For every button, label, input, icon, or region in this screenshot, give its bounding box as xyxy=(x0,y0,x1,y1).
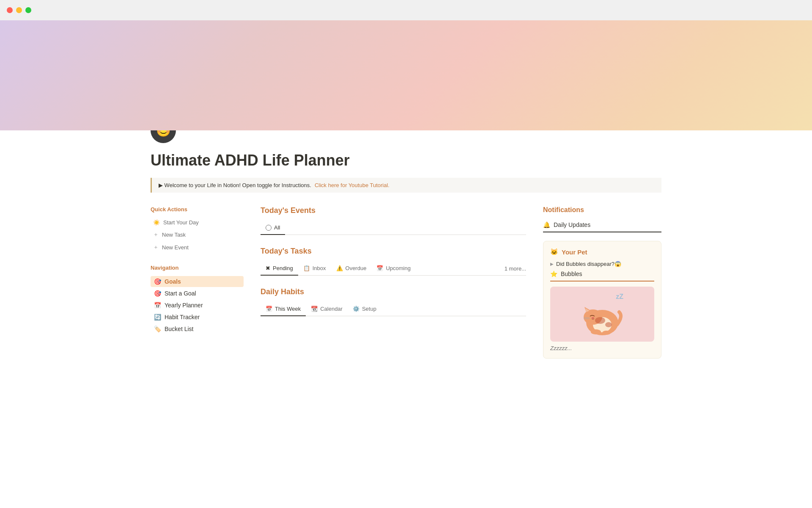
tab-label: Upcoming xyxy=(386,265,411,271)
calendar-icon: 📅 xyxy=(376,265,383,271)
warning-icon: ⚠️ xyxy=(336,265,343,271)
chevron-right-icon: ▶ xyxy=(550,262,554,266)
star-icon: ⭐ xyxy=(550,271,557,277)
tab-label: Overdue xyxy=(346,265,367,271)
events-tab-row: All xyxy=(261,221,526,235)
svg-point-10 xyxy=(591,329,601,334)
toggle-notice[interactable]: ▶ Welcome to your Life in Notion! Open t… xyxy=(151,178,661,193)
nav-item-label: Start a Goal xyxy=(165,290,196,297)
sidebar-item-habit-tracker[interactable]: 🔄 Habit Tracker xyxy=(151,312,244,323)
navigation-title: Navigation xyxy=(151,265,244,271)
quick-action-new-task[interactable]: ＋ New Task xyxy=(151,229,244,240)
daily-habits-title: Daily Habits xyxy=(261,287,526,296)
pet-toggle-text: Did Bubbles disappear?😱 xyxy=(556,261,621,267)
pet-card-title: 🐱 Your Pet xyxy=(550,248,654,256)
notification-daily-updates[interactable]: 🔔 Daily Updates xyxy=(543,219,661,232)
quick-action-start-your-day[interactable]: ☀️ Start Your Day xyxy=(151,218,244,227)
calendar-icon: 📅 xyxy=(154,302,161,309)
sidebar-item-start-a-goal[interactable]: 🎯 Start a Goal xyxy=(151,288,244,299)
pet-sleeping-text: Zzzzzz... xyxy=(550,345,654,351)
tab-calendar[interactable]: 📆 Calendar xyxy=(306,302,348,316)
pet-name-row: ⭐ Bubbles xyxy=(550,271,654,282)
todays-events-section: Today's Events All xyxy=(261,206,526,235)
gear-icon: ⚙️ xyxy=(353,306,359,312)
tab-overdue[interactable]: ⚠️ Overdue xyxy=(331,262,372,276)
nav-item-label: Bucket List xyxy=(165,326,193,332)
tab-inbox[interactable]: 📋 Inbox xyxy=(298,262,331,276)
nav-item-label: Goals xyxy=(165,278,181,285)
tab-label: All xyxy=(274,224,280,231)
sidebar-item-goals[interactable]: 🎯 Goals xyxy=(151,276,244,287)
close-button[interactable] xyxy=(7,7,13,13)
quick-action-label: New Event xyxy=(162,244,189,251)
notifications-title: Notifications xyxy=(543,206,661,214)
svg-point-11 xyxy=(602,331,611,335)
quick-action-label: Start Your Day xyxy=(163,219,199,226)
left-column: Quick Actions ☀️ Start Your Day ＋ New Ta… xyxy=(151,206,244,359)
goals-icon: 🎯 xyxy=(154,278,161,285)
toggle-notice-text: ▶ Welcome to your Life in Notion! Open t… xyxy=(159,182,311,188)
youtube-tutorial-link[interactable]: Click here for Youtube Tutorial. xyxy=(315,182,390,188)
calendar-week-icon: 📅 xyxy=(266,306,272,312)
cat-icon: 🐱 xyxy=(550,248,558,256)
tab-setup[interactable]: ⚙️ Setup xyxy=(348,302,381,316)
tab-pending[interactable]: ✖ Pending xyxy=(261,262,298,276)
tab-label: Inbox xyxy=(313,265,326,271)
maximize-button[interactable] xyxy=(25,7,31,13)
nav-item-label: Habit Tracker xyxy=(165,314,200,320)
nav-item-label: Yearly Planner xyxy=(165,302,203,309)
middle-column: Today's Events All Today's Tasks ✖ Pendi… xyxy=(261,206,526,359)
habits-tabs-row: 📅 This Week 📆 Calendar ⚙️ Setup xyxy=(261,302,526,316)
plus-icon: ＋ xyxy=(153,231,159,238)
tab-label: This Week xyxy=(275,306,301,312)
sidebar-item-yearly-planner[interactable]: 📅 Yearly Planner xyxy=(151,300,244,311)
quick-actions-title: Quick Actions xyxy=(151,206,244,213)
main-layout: Quick Actions ☀️ Start Your Day ＋ New Ta… xyxy=(151,206,661,359)
minimize-button[interactable] xyxy=(16,7,22,13)
todays-tasks-section: Today's Tasks ✖ Pending 📋 Inbox ⚠️ Overd… xyxy=(261,247,526,276)
more-tasks-link[interactable]: 1 more... xyxy=(505,262,526,275)
bell-icon: 🔔 xyxy=(543,221,550,228)
page-title: Ultimate ADHD Life Planner xyxy=(151,152,661,169)
tab-all[interactable]: All xyxy=(261,221,285,235)
daily-habits-section: Daily Habits 📅 This Week 📆 Calendar ⚙️ S… xyxy=(261,287,526,316)
svg-point-9 xyxy=(605,322,612,327)
pet-toggle[interactable]: ▶ Did Bubbles disappear?😱 xyxy=(550,261,654,267)
more-tasks-label: 1 more... xyxy=(505,265,526,272)
notification-label: Daily Updates xyxy=(554,221,590,228)
quick-action-new-event[interactable]: ＋ New Event xyxy=(151,242,244,253)
right-column: Notifications 🔔 Daily Updates 🐱 Your Pet… xyxy=(543,206,661,359)
plus-icon: ＋ xyxy=(153,243,159,251)
pet-image-box: zZ xyxy=(550,287,654,342)
tab-this-week[interactable]: 📅 This Week xyxy=(261,302,306,316)
tab-upcoming[interactable]: 📅 Upcoming xyxy=(371,262,416,276)
svg-point-8 xyxy=(595,317,605,324)
tab-label: Setup xyxy=(362,306,376,312)
tab-label: Calendar xyxy=(320,306,343,312)
titlebar xyxy=(0,0,812,20)
circle-icon xyxy=(266,225,272,231)
sidebar-item-bucket-list[interactable]: 🏷️ Bucket List xyxy=(151,323,244,334)
page-content: 😊 Ultimate ADHD Life Planner ▶ Welcome t… xyxy=(110,118,702,359)
todays-events-title: Today's Events xyxy=(261,206,526,215)
sleeping-zz: zZ xyxy=(616,293,623,301)
svg-point-5 xyxy=(592,317,594,319)
todays-tasks-title: Today's Tasks xyxy=(261,247,526,256)
refresh-icon: 🔄 xyxy=(154,314,161,320)
sun-icon: ☀️ xyxy=(153,219,160,226)
inbox-icon: 📋 xyxy=(303,265,310,271)
tag-icon: 🏷️ xyxy=(154,326,161,332)
your-pet-label: Your Pet xyxy=(562,248,587,256)
tab-label: Pending xyxy=(273,265,293,271)
quick-action-label: New Task xyxy=(162,232,186,238)
cat-illustration: zZ xyxy=(577,291,628,337)
task-tabs-row: ✖ Pending 📋 Inbox ⚠️ Overdue 📅 Upcoming xyxy=(261,262,526,276)
calendar-icon: 📆 xyxy=(311,306,318,312)
hero-banner xyxy=(0,20,812,130)
x-circle-icon: ✖ xyxy=(266,265,270,271)
pet-card: 🐱 Your Pet ▶ Did Bubbles disappear?😱 ⭐ B… xyxy=(543,241,661,359)
target-icon: 🎯 xyxy=(154,290,161,297)
pet-name: Bubbles xyxy=(561,271,582,277)
navigation-section: Navigation 🎯 Goals 🎯 Start a Goal 📅 Year… xyxy=(151,265,244,334)
